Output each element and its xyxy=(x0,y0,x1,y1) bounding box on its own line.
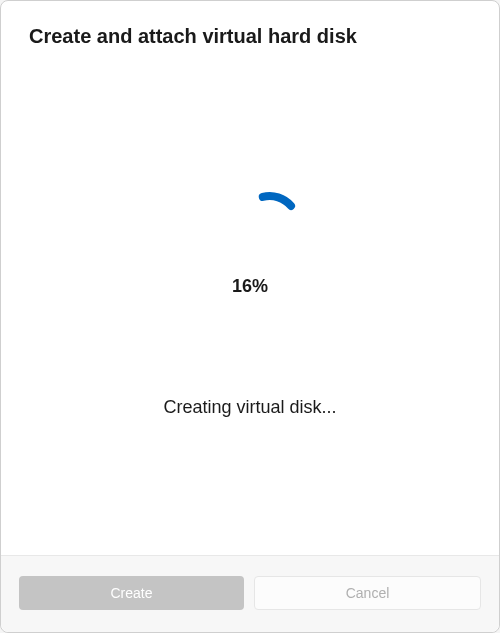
dialog-footer: Create Cancel xyxy=(1,555,499,632)
progress-spinner xyxy=(234,188,306,260)
spinner-icon xyxy=(226,180,314,268)
create-button[interactable]: Create xyxy=(19,576,244,610)
create-vhd-dialog: Create and attach virtual hard disk 16% … xyxy=(0,0,500,633)
progress-percent: 16% xyxy=(232,276,268,297)
cancel-button[interactable]: Cancel xyxy=(254,576,481,610)
dialog-title: Create and attach virtual hard disk xyxy=(29,25,471,48)
dialog-content: 16% Creating virtual disk... xyxy=(1,48,499,555)
progress-status: Creating virtual disk... xyxy=(163,397,336,418)
dialog-header: Create and attach virtual hard disk xyxy=(1,1,499,48)
